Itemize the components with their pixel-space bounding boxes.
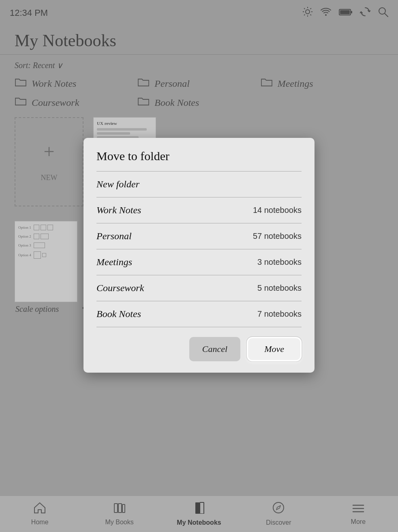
modal-folder-row-work-notes[interactable]: Work Notes 14 notebooks bbox=[96, 197, 302, 223]
modal-folder-row-book-notes[interactable]: Book Notes 7 notebooks bbox=[96, 301, 302, 327]
modal-folder-name-work-notes: Work Notes bbox=[96, 205, 141, 216]
cancel-button[interactable]: Cancel bbox=[189, 337, 240, 361]
new-folder-label: New folder bbox=[96, 179, 139, 189]
modal-folder-name-meetings: Meetings bbox=[96, 257, 132, 268]
modal-overlay: Move to folder New folder Work Notes 14 … bbox=[0, 0, 398, 532]
modal-folder-name-coursework: Coursework bbox=[96, 283, 144, 294]
modal-folder-name-book-notes: Book Notes bbox=[96, 309, 141, 320]
modal-folder-name-personal: Personal bbox=[96, 231, 132, 242]
modal-buttons: Cancel Move bbox=[96, 337, 302, 361]
modal-folder-count-coursework: 5 notebooks bbox=[257, 283, 302, 293]
modal-folder-row-coursework[interactable]: Coursework 5 notebooks bbox=[96, 275, 302, 301]
new-folder-option[interactable]: New folder bbox=[96, 172, 302, 197]
modal-folder-count-meetings: 3 notebooks bbox=[257, 257, 302, 267]
modal-folder-count-work-notes: 14 notebooks bbox=[253, 206, 302, 215]
modal-folder-count-personal: 57 notebooks bbox=[253, 232, 302, 241]
modal-folder-count-book-notes: 7 notebooks bbox=[257, 309, 302, 319]
modal-folder-row-meetings[interactable]: Meetings 3 notebooks bbox=[96, 249, 302, 275]
move-button[interactable]: Move bbox=[247, 337, 302, 361]
move-to-folder-modal: Move to folder New folder Work Notes 14 … bbox=[83, 138, 315, 373]
modal-folder-row-personal[interactable]: Personal 57 notebooks bbox=[96, 223, 302, 249]
modal-title: Move to folder bbox=[96, 149, 302, 163]
